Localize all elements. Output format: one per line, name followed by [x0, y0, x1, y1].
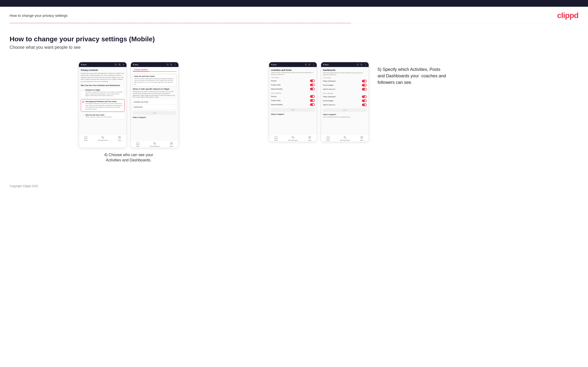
coaches-toggles-4: Player Dashboard Round Insights What To … — [323, 79, 367, 91]
screenshots-row: Back Privacy Controls Control how you an… — [10, 62, 578, 163]
caption-4: 4) Choose who can see your Activities an… — [102, 152, 155, 163]
toggle-rounds-follower: Rounds — [271, 94, 315, 99]
toggle-what-to-work-coach: What To Work On — [323, 87, 367, 91]
back-button-3[interactable]: Back — [271, 64, 277, 66]
nav-icons-2 — [166, 63, 176, 66]
help-section-3: Help & Support — [271, 113, 315, 115]
radio-circle-everyone — [82, 89, 84, 91]
phone-nav-3: Back — [269, 62, 317, 67]
caption-5: 5) Specify which Activities, Postsand Da… — [378, 66, 446, 86]
bottom-nav-menu-3[interactable]: Menu — [308, 136, 311, 141]
toggle-switch-player-dash-follower[interactable] — [362, 95, 367, 98]
back-button-1[interactable]: Back — [81, 64, 86, 66]
bottom-nav-performance-1[interactable]: My Performance — [98, 136, 107, 141]
privacy-card-2: Only You and Your Coach Only you and the… — [133, 74, 176, 87]
phone-content-4: Dashboards Select the dashboards that yo… — [321, 67, 369, 134]
help-section-4: Help & Support Visit our Clippd communit… — [323, 113, 367, 118]
show-hide-title-2: Show or hide specific features in Clippd — [133, 88, 176, 90]
toggle-what-to-work-follower: What To Work On — [323, 103, 367, 107]
radio-circle-coach — [82, 114, 84, 116]
bottom-nav-performance-2[interactable]: My Performance — [150, 142, 159, 147]
bottom-nav-menu-4[interactable]: Menu — [360, 136, 363, 141]
svg-point-5 — [123, 65, 124, 66]
svg-point-30 — [365, 65, 366, 65]
radio-approved[interactable]: Only Approved Followers and Your Coach O… — [81, 99, 125, 112]
bottom-nav-home-1[interactable]: Home — [84, 136, 87, 141]
phone-screen-1: Back Privacy Controls Control how you an… — [79, 62, 127, 148]
menu-activities-posts[interactable]: Activities and Posts › — [133, 100, 176, 104]
back-button-2[interactable]: Back — [133, 64, 138, 66]
toggle-switch-practice-follower[interactable] — [310, 99, 315, 102]
toggle-switch-rounds-coach[interactable] — [310, 80, 315, 82]
dashboards-desc: Select the dashboards that you'd like to… — [323, 72, 367, 76]
svg-point-20 — [309, 64, 310, 64]
followers-label-3: FOLLOWERS — [271, 92, 315, 94]
toggle-player-dash-follower: Player Dashboard — [323, 95, 367, 99]
svg-point-23 — [314, 65, 314, 66]
bottom-nav-home-4[interactable]: Home — [326, 136, 330, 141]
bottom-nav-menu-2[interactable]: Menu — [170, 142, 173, 147]
save-button-2[interactable]: Save — [133, 111, 176, 115]
toggle-player-dash-coach: Player Dashboard — [323, 79, 367, 83]
toggle-switch-practice-coach[interactable] — [310, 83, 315, 86]
toggle-switch-manual-follower[interactable] — [310, 103, 315, 106]
privacy-controls-title-1: Privacy Controls — [81, 69, 125, 71]
save-button-4[interactable]: Save — [323, 108, 367, 112]
footer: Copyright Clippd 2022 — [0, 177, 588, 195]
tabs-2: Privacy Controls — [133, 68, 176, 72]
phone-content-2: Only You and Your Coach Only you and the… — [131, 73, 178, 140]
toggle-switch-round-insights-coach[interactable] — [362, 84, 367, 86]
copyright: Copyright Clippd 2022 — [10, 184, 38, 188]
toggle-round-insights-follower: Round Insights — [323, 99, 367, 103]
page-title: How to change your privacy settings (Mob… — [10, 35, 578, 43]
bottom-nav-4: Home My Performance Menu — [321, 134, 369, 142]
followers-toggles-4: Player Dashboard Round Insights What To … — [323, 95, 367, 107]
tab-privacy-controls[interactable]: Privacy Controls — [133, 68, 149, 72]
radio-coach-only[interactable]: Only You and Your Coach Only you and the… — [81, 113, 125, 120]
toggle-switch-what-work-coach[interactable] — [362, 88, 367, 91]
nav-icons-1 — [114, 63, 125, 66]
toggle-switch-what-work-follower[interactable] — [362, 103, 367, 106]
radio-everyone[interactable]: Everyone on Clippd Everyone on Clippd ca… — [81, 88, 125, 98]
phone-content-3: Activities and Posts Select the types of… — [269, 67, 317, 134]
svg-point-21 — [314, 65, 314, 65]
menu-dashboards[interactable]: Dashboards › — [133, 105, 176, 109]
toggle-practice-coach: Practice Drills — [271, 83, 315, 87]
radio-group: Everyone on Clippd Everyone on Clippd ca… — [81, 88, 125, 120]
show-hide-desc-2: Regardless of the privacy controls that … — [133, 91, 176, 98]
radio-circle-approved — [82, 101, 84, 103]
toggle-practice-follower: Practice Drills — [271, 99, 315, 103]
svg-point-9 — [167, 64, 168, 65]
bottom-nav-home-3[interactable]: Home — [274, 136, 278, 141]
bottom-nav-menu-1[interactable]: Menu — [118, 136, 121, 141]
svg-line-10 — [168, 65, 169, 66]
svg-point-14 — [175, 65, 176, 66]
toggle-manual-follower: Manual Activities — [271, 103, 315, 107]
bottom-nav-home-2[interactable]: Home — [136, 142, 139, 147]
privacy-controls-desc-1: Control how you and your data appears to… — [81, 72, 125, 82]
back-button-4[interactable]: Back — [323, 64, 329, 66]
help-desc-4: Visit our Clippd community to troublesho… — [323, 116, 367, 118]
toggle-switch-player-dash-coach[interactable] — [362, 80, 367, 82]
phone-content-1: Privacy Controls Control how you and you… — [79, 67, 127, 134]
top-bar — [0, 0, 588, 7]
activities-title: Activities and Posts — [271, 69, 315, 71]
toggle-manual-coach: Manual Activities — [271, 87, 315, 91]
bottom-nav-1: Home My Performance Menu — [79, 134, 127, 142]
toggle-switch-rounds-follower[interactable] — [310, 95, 315, 98]
svg-point-13 — [175, 64, 176, 64]
bottom-nav-performance-4[interactable]: My Performance — [340, 136, 350, 141]
phone-nav-4: Back — [321, 62, 369, 67]
bottom-nav-performance-3[interactable]: My Performance — [288, 136, 298, 141]
svg-point-0 — [115, 64, 116, 65]
save-button-3[interactable]: Save — [271, 108, 315, 112]
toggle-switch-manual-coach[interactable] — [310, 88, 315, 90]
tab-bar-2: Privacy Controls — [131, 67, 178, 72]
followers-label-4: FOLLOWERS — [323, 93, 367, 94]
bottom-nav-3: Home My Performance Menu — [269, 134, 317, 142]
phone-screen-2: Back Privacy Controls — [130, 62, 179, 148]
svg-point-12 — [175, 65, 176, 65]
toggle-switch-round-insights-follower[interactable] — [362, 100, 367, 102]
help-section-2: Help & Support — [133, 116, 176, 118]
header: How to change your privacy settings clip… — [0, 7, 588, 23]
